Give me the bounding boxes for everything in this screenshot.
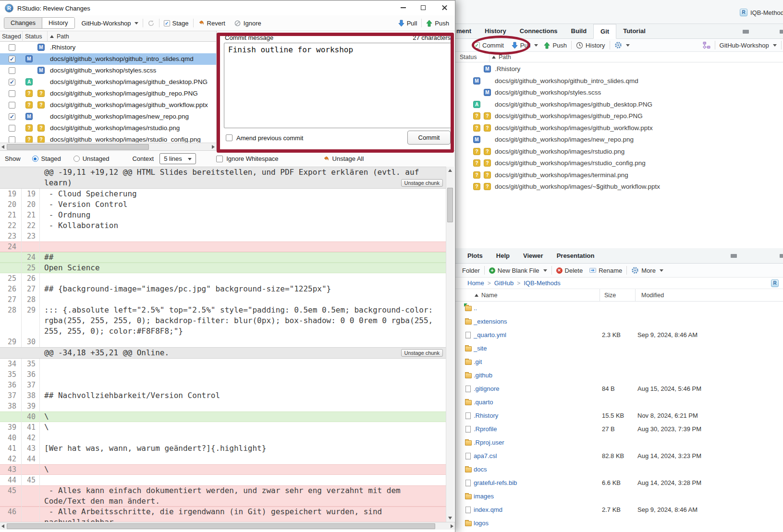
file-listing-row[interactable]: logos [455, 517, 783, 530]
git-file-row[interactable]: ??docs/git/github_workshop/images/rstudi… [455, 146, 783, 158]
tab-presentation[interactable]: Presentation [550, 248, 601, 263]
file-row[interactable]: ✓Adocs/git/github_workshop/images/github… [0, 76, 216, 88]
staged-column-header[interactable]: Staged [2, 33, 21, 40]
new-blank-file-button[interactable]: + New Blank File [489, 267, 547, 274]
scroll-left-arrow[interactable] [1, 145, 4, 149]
amend-checkbox[interactable] [226, 134, 232, 141]
file-name-link[interactable]: grateful-refs.bib [474, 479, 517, 486]
file-listing-row[interactable]: .Rproj.user [455, 436, 783, 449]
scroll-right-arrow[interactable] [451, 524, 453, 528]
staged-radio[interactable] [32, 156, 38, 162]
file-name-link[interactable]: .git [474, 358, 482, 365]
stage-button[interactable]: ✓ Stage [164, 20, 189, 27]
file-name-link[interactable]: .gitignore [474, 385, 499, 392]
git-file-row[interactable]: Mdocs/git/github_workshop/github_intro_s… [455, 75, 783, 87]
version-control-icon-button[interactable] [703, 41, 710, 49]
git-file-row[interactable]: Mdocs/git/github_workshop/styles.scss [455, 87, 783, 99]
file-name-link[interactable]: apa7.csl [474, 452, 497, 459]
file-name-link[interactable]: index.qmd [474, 506, 502, 513]
file-name-link[interactable]: .. [474, 304, 477, 312]
staged-checkbox[interactable]: ✓ [9, 113, 15, 120]
path-column-header[interactable]: Path [499, 54, 511, 60]
size-column-header[interactable]: Size [604, 292, 616, 299]
pull-button[interactable]: Pull [398, 20, 417, 27]
git-file-row[interactable]: ??docs/git/github_workshop/images/github… [455, 110, 783, 122]
tab-environment-partial[interactable]: ment [455, 24, 478, 38]
pull-button[interactable]: Pull [512, 42, 538, 49]
file-name-link[interactable]: _site [474, 345, 487, 352]
ignore-whitespace-checkbox[interactable] [216, 156, 223, 162]
file-name-link[interactable]: .github [474, 372, 492, 379]
breadcrumb-item[interactable]: IQB-Methods [524, 279, 561, 287]
file-row[interactable]: ✓Mdocs/git/github_workshop/images/new_re… [0, 111, 216, 122]
file-listing-row[interactable]: .. [455, 302, 783, 315]
file-row[interactable]: ??docs/git/github_workshop/images/github… [0, 99, 216, 111]
vertical-scrollbar[interactable] [446, 167, 454, 522]
branch-selector[interactable]: GitHub-Workshop [720, 42, 777, 49]
file-listing-row[interactable]: _extensions [455, 315, 783, 328]
push-button[interactable]: Push [544, 42, 567, 49]
git-settings-button[interactable] [614, 41, 630, 49]
git-file-row[interactable]: ??docs/git/github_workshop/images/~$gith… [455, 181, 783, 193]
scroll-right-arrow[interactable] [212, 145, 215, 149]
file-row[interactable]: ??docs/git/github_workshop/images/github… [0, 88, 216, 99]
rename-button[interactable]: Rename [589, 267, 622, 274]
file-name-link[interactable]: images [474, 493, 494, 500]
title-bar[interactable]: R RStudio: Review Changes [0, 1, 455, 15]
status-column-header[interactable]: Status [25, 33, 42, 40]
tab-history[interactable]: History [42, 18, 74, 28]
ignore-button[interactable]: Ignore [234, 20, 261, 27]
git-file-row[interactable]: ??docs/git/github_workshop/images/github… [455, 122, 783, 134]
status-column-header[interactable]: Status [460, 54, 477, 60]
file-listing-row[interactable]: grateful-refs.bib6.6 KBAug 14, 2024, 3:2… [455, 476, 783, 490]
commit-message-input[interactable]: Finish outline for workshop [224, 43, 452, 128]
git-file-row[interactable]: ??docs/git/github_workshop/images/termin… [455, 169, 783, 181]
project-selector[interactable]: R IQB-Methods [740, 9, 783, 16]
tab-viewer[interactable]: Viewer [516, 248, 550, 263]
file-name-link[interactable]: docs [474, 466, 487, 473]
unstage-chunk-button[interactable]: Unstage chunk [401, 349, 443, 357]
tab-build[interactable]: Build [564, 24, 594, 38]
file-name-link[interactable]: .Rprofile [474, 425, 497, 433]
branch-selector[interactable]: GitHub-Workshop [82, 20, 138, 27]
file-listing-row[interactable]: apa7.csl82.8 KBAug 14, 2024, 3:23 PM [455, 449, 783, 463]
file-name-link[interactable]: .Rhistory [474, 412, 498, 419]
breadcrumb-item[interactable]: Home [467, 279, 484, 287]
horizontal-scrollbar[interactable] [0, 522, 455, 530]
revert-button[interactable]: Revert [198, 20, 225, 27]
file-listing-row[interactable]: .Rprofile27 BAug 30, 2023, 7:39 PM [455, 423, 783, 436]
scrollbar-thumb[interactable] [7, 523, 435, 529]
tab-help[interactable]: Help [489, 248, 516, 263]
minimize-button[interactable] [395, 0, 411, 15]
context-select[interactable]: 5 lines [159, 153, 196, 164]
close-button[interactable] [436, 0, 453, 15]
path-column-header[interactable]: Path [57, 33, 69, 40]
file-listing-row[interactable]: .Rhistory15.5 KBNov 8, 2024, 6:21 PM [455, 409, 783, 423]
file-listing-row[interactable]: docs [455, 463, 783, 476]
git-file-row[interactable]: Adocs/git/github_workshop/images/github_… [455, 99, 783, 111]
file-listing-row[interactable]: .quarto [455, 396, 783, 409]
file-row[interactable]: Mdocs/git/github_workshop/styles.scss [0, 65, 216, 76]
file-listing-row[interactable]: index.qmd2.7 KBSep 9, 2024, 8:46 AM [455, 503, 783, 517]
file-name-link[interactable]: _quarto.yml [474, 331, 506, 339]
file-listing-row[interactable]: _site [455, 342, 783, 355]
git-file-row[interactable]: ??docs/git/github_workshop/images/rstudi… [455, 157, 783, 169]
horizontal-scrollbar[interactable] [0, 143, 216, 150]
tab-changes[interactable]: Changes [4, 18, 42, 28]
minimize-pane-icon[interactable] [731, 254, 737, 258]
file-listing-row[interactable]: .github [455, 369, 783, 382]
file-row[interactable]: ??docs/git/github_workshop/images/rstudi… [0, 134, 216, 143]
refresh-icon[interactable] [147, 20, 155, 27]
staged-radio-label[interactable]: Staged [41, 155, 61, 162]
staged-checkbox[interactable] [9, 67, 15, 74]
commit-button[interactable]: ✓ Commit [474, 42, 504, 49]
ignore-whitespace-label[interactable]: Ignore Whitespace [226, 155, 278, 162]
file-row[interactable]: M.Rhistory [0, 42, 216, 53]
staged-checkbox[interactable]: ✓ [9, 79, 15, 85]
new-folder-button[interactable]: Folder [462, 267, 480, 274]
push-button[interactable]: Push [426, 20, 449, 27]
delete-button[interactable]: ✕ Delete [556, 267, 583, 274]
tab-connections[interactable]: Connections [513, 24, 564, 38]
git-file-row[interactable]: Mdocs/git/github_workshop/images/new_rep… [455, 134, 783, 146]
tab-history[interactable]: History [478, 24, 513, 38]
